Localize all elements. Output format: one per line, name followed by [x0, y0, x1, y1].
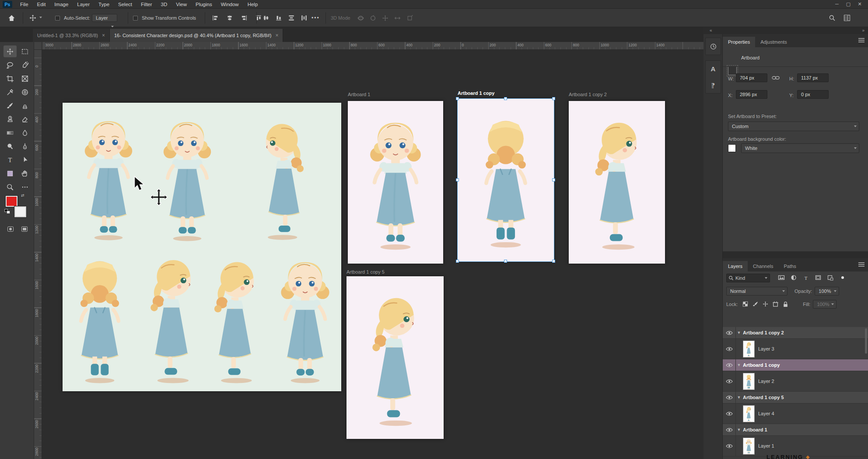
- search-icon[interactable]: [829, 9, 836, 27]
- visibility-eye-icon[interactable]: [723, 359, 736, 371]
- home-icon[interactable]: [8, 9, 15, 27]
- layer-row-layer-2[interactable]: Layer 2: [723, 371, 868, 392]
- transform-handle[interactable]: [456, 97, 459, 100]
- menu-item-select[interactable]: Select: [114, 0, 136, 9]
- layer-thumbnail[interactable]: [743, 405, 755, 422]
- minimize-icon[interactable]: ─: [832, 1, 842, 7]
- transform-handle[interactable]: [552, 178, 555, 181]
- dodge-tool[interactable]: [4, 140, 17, 152]
- 3d-orbit-icon[interactable]: [355, 13, 366, 23]
- default-colors-icon[interactable]: [4, 209, 10, 214]
- quick-selection-tool[interactable]: [18, 59, 32, 71]
- tab-properties[interactable]: Properties: [723, 37, 755, 47]
- clone-stamp-tool[interactable]: [18, 100, 32, 111]
- artboard-bg-swatch[interactable]: [728, 144, 736, 152]
- height-field[interactable]: 1137 px: [797, 73, 829, 82]
- menu-item-3d[interactable]: 3D: [157, 0, 172, 9]
- type-tool[interactable]: T: [4, 154, 17, 166]
- artboard-row-artboard-1[interactable]: ▼Artboard 1: [723, 424, 868, 436]
- transform-handle[interactable]: [456, 178, 459, 181]
- 3d-roll-icon[interactable]: [368, 13, 378, 23]
- layer-thumbnail[interactable]: [743, 341, 755, 358]
- menu-item-plugins[interactable]: Plugins: [191, 0, 217, 9]
- blur-tool[interactable]: [18, 127, 32, 139]
- smart-object-filter-icon[interactable]: [825, 274, 836, 282]
- visibility-eye-icon[interactable]: [723, 327, 736, 338]
- pixel-layer-filter-icon[interactable]: [776, 274, 787, 282]
- layer-filter-kind[interactable]: Kind: [726, 274, 770, 282]
- adjustment-layer-filter-icon[interactable]: [788, 274, 799, 282]
- menu-item-view[interactable]: View: [172, 0, 191, 9]
- maximize-icon[interactable]: ▢: [844, 1, 853, 7]
- visibility-eye-icon[interactable]: [723, 403, 736, 424]
- rectangular-marquee-tool[interactable]: [18, 45, 32, 57]
- more-tools-tool[interactable]: [18, 181, 32, 193]
- eyedropper-tool[interactable]: [4, 86, 17, 98]
- preset-dropdown[interactable]: Custom: [728, 122, 859, 131]
- blend-mode-dropdown[interactable]: Normal: [726, 287, 788, 296]
- chevron-down-icon[interactable]: ▼: [736, 395, 742, 400]
- filter-toggle-dot-icon[interactable]: [837, 274, 848, 282]
- artboard-row-artboard-1-copy[interactable]: ▼Artboard 1 copy: [723, 359, 868, 371]
- visibility-eye-icon[interactable]: [723, 392, 736, 403]
- menu-item-file[interactable]: File: [16, 0, 33, 9]
- gradient-tool[interactable]: [4, 127, 17, 139]
- layer-row-layer-1[interactable]: Layer 1: [723, 436, 868, 456]
- more-options-icon[interactable]: •••: [312, 9, 320, 27]
- quick-mask-icon[interactable]: [5, 225, 16, 233]
- layer-row-layer-4[interactable]: Layer 4: [723, 403, 868, 424]
- menu-item-help[interactable]: Help: [243, 0, 262, 9]
- type-layer-filter-icon[interactable]: T: [801, 274, 811, 282]
- panel-menu-icon[interactable]: [858, 38, 864, 42]
- layers-scrollbar[interactable]: [865, 328, 867, 354]
- crop-tool[interactable]: [4, 73, 17, 84]
- auto-select-dropdown[interactable]: Layer: [92, 9, 120, 27]
- visibility-eye-icon[interactable]: [723, 371, 736, 391]
- width-field[interactable]: 704 px: [736, 73, 767, 82]
- distribute-horizontal-icon[interactable]: [299, 13, 309, 23]
- canvas[interactable]: Artboard 1 Artboard 1 copy Artboard 1 co…: [42, 50, 704, 459]
- frame-tool[interactable]: [18, 73, 32, 84]
- brush-tool[interactable]: [4, 100, 17, 111]
- character-panel-icon[interactable]: A: [711, 65, 716, 73]
- artboard-bg-dropdown[interactable]: White: [741, 143, 859, 153]
- transform-handle[interactable]: [504, 97, 507, 100]
- screen-mode-icon[interactable]: [19, 225, 30, 233]
- lock-move-icon[interactable]: [762, 301, 769, 308]
- x-field[interactable]: 2896 px: [736, 90, 767, 99]
- menu-item-window[interactable]: Window: [217, 0, 243, 9]
- shape-layer-filter-icon[interactable]: [813, 274, 823, 282]
- artboard-row-artboard-1-copy-5[interactable]: ▼Artboard 1 copy 5: [723, 392, 868, 403]
- lock-artboard-icon[interactable]: [772, 301, 779, 308]
- rectangle-tool[interactable]: [4, 167, 17, 179]
- align-bottom-icon[interactable]: [273, 13, 284, 23]
- tab-adjustments[interactable]: Adjustments: [755, 37, 792, 47]
- tab-channels[interactable]: Channels: [748, 261, 778, 271]
- chevron-down-icon[interactable]: ▼: [736, 428, 742, 432]
- y-field[interactable]: 0 px: [797, 90, 829, 99]
- chevron-down-icon[interactable]: ▼: [736, 330, 742, 335]
- link-dimensions-icon[interactable]: [772, 74, 780, 81]
- opacity-dropdown[interactable]: 100%: [815, 287, 839, 296]
- auto-select-checkbox[interactable]: [55, 9, 60, 27]
- artboard-label[interactable]: Artboard 1 copy 2: [569, 92, 607, 97]
- tab-paths[interactable]: Paths: [779, 261, 802, 271]
- artboard-label[interactable]: Artboard 1 copy 5: [346, 269, 385, 275]
- layer-row-layer-3[interactable]: Layer 3: [723, 339, 868, 359]
- layer-thumbnail[interactable]: [743, 373, 755, 390]
- background-color-swatch[interactable]: [14, 206, 26, 217]
- artboard-label[interactable]: Artboard 1: [348, 92, 370, 97]
- menu-item-type[interactable]: Type: [94, 0, 114, 9]
- lock-brush-icon[interactable]: [752, 301, 759, 308]
- swap-colors-icon[interactable]: ⇄: [21, 193, 24, 198]
- menu-item-edit[interactable]: Edit: [33, 0, 50, 9]
- visibility-eye-icon[interactable]: [723, 436, 736, 456]
- layer-thumbnail[interactable]: [743, 438, 755, 455]
- pen-tool[interactable]: [18, 140, 32, 152]
- menu-item-filter[interactable]: Filter: [136, 0, 157, 9]
- artboard-label-selected[interactable]: Artboard 1 copy: [458, 90, 494, 96]
- visibility-eye-icon[interactable]: [723, 424, 736, 435]
- close-window-icon[interactable]: ✕: [855, 1, 864, 7]
- expand-panels-icon[interactable]: »: [862, 28, 864, 33]
- align-middle-icon[interactable]: [261, 13, 271, 23]
